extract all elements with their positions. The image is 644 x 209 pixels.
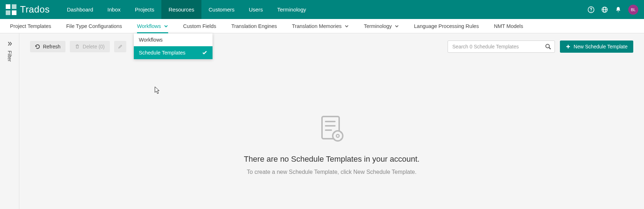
svg-line-22: [341, 139, 342, 140]
plus-icon: [566, 44, 571, 49]
delete-button-label: Delete (0): [83, 44, 104, 49]
subnav-item-workflows-label: Workflows: [137, 23, 161, 29]
expand-sidebar-icon[interactable]: [6, 41, 13, 47]
nav-item-terminology[interactable]: Terminology: [270, 0, 313, 19]
new-schedule-template-button-label: New Schedule Template: [574, 44, 628, 49]
search-icon[interactable]: [545, 43, 551, 50]
page-toolbar: Refresh Delete (0): [30, 41, 633, 53]
nav-item-resources[interactable]: Resources: [161, 0, 201, 19]
nav-item-dashboard[interactable]: Dashboard: [60, 0, 100, 19]
svg-line-24: [334, 139, 335, 140]
empty-state: There are no Schedule Templates in your …: [30, 53, 633, 175]
edit-button: [114, 41, 126, 52]
subnav-item-workflows[interactable]: Workflows: [137, 19, 168, 33]
edit-icon: [118, 44, 123, 49]
resources-subnav: Project Templates File Type Configuratio…: [0, 19, 644, 33]
refresh-button[interactable]: Refresh: [30, 41, 65, 52]
subnav-item-language-processing-rules[interactable]: Language Processing Rules: [414, 19, 479, 33]
nav-item-customers[interactable]: Customers: [201, 0, 242, 19]
subnav-item-custom-fields[interactable]: Custom Fields: [183, 19, 216, 33]
empty-document-gear-icon: [316, 114, 348, 146]
svg-line-10: [549, 48, 551, 49]
toolbar-left-group: Refresh Delete (0): [30, 41, 126, 52]
subnav-item-translation-memories-label: Translation Memories: [292, 23, 342, 29]
chevron-down-icon: [164, 24, 168, 28]
dropdown-item-schedule-templates[interactable]: Schedule Templates: [134, 46, 213, 59]
delete-button: Delete (0): [70, 41, 109, 52]
dropdown-item-workflows[interactable]: Workflows: [134, 33, 213, 46]
notifications-bell-icon[interactable]: [615, 6, 622, 13]
trados-logo-icon: [6, 4, 16, 15]
dropdown-item-workflows-label: Workflows: [139, 37, 163, 43]
subnav-item-translation-engines[interactable]: Translation Engines: [231, 19, 277, 33]
subnav-item-project-templates[interactable]: Project Templates: [10, 19, 51, 33]
primary-navigation: Dashboard Inbox Projects Resources Custo…: [60, 0, 313, 19]
search-input[interactable]: [448, 41, 555, 53]
nav-item-projects[interactable]: Projects: [128, 0, 161, 19]
nav-item-inbox[interactable]: Inbox: [100, 0, 128, 19]
brand-logo-container[interactable]: Trados: [6, 4, 60, 15]
search-container: [448, 41, 555, 53]
chevron-down-icon: [395, 24, 399, 28]
subnav-item-translation-memories[interactable]: Translation Memories: [292, 19, 349, 33]
svg-line-23: [341, 132, 342, 133]
main-panel: Refresh Delete (0): [19, 33, 644, 209]
language-globe-icon[interactable]: [601, 6, 608, 13]
check-icon: [202, 50, 208, 56]
subnav-item-terminology-label: Terminology: [364, 23, 392, 29]
subnav-item-terminology[interactable]: Terminology: [364, 19, 399, 33]
toolbar-right-group: New Schedule Template: [448, 41, 633, 53]
filter-sidebar-label: Filter: [7, 51, 13, 62]
svg-rect-3: [12, 10, 16, 15]
svg-point-9: [546, 44, 550, 48]
content-area: Filter Refresh Delete (0): [0, 33, 644, 209]
svg-rect-0: [6, 4, 10, 9]
empty-state-subtitle: To create a new Schedule Template, click…: [30, 169, 633, 175]
workflows-dropdown-menu: Workflows Schedule Templates: [134, 33, 213, 59]
trash-icon: [75, 44, 80, 49]
help-icon[interactable]: [587, 6, 595, 13]
empty-state-title: There are no Schedule Templates in your …: [30, 155, 633, 164]
new-schedule-template-button[interactable]: New Schedule Template: [560, 41, 633, 53]
brand-name: Trados: [20, 4, 50, 15]
refresh-button-label: Refresh: [43, 44, 60, 49]
top-navigation-bar: Trados Dashboard Inbox Projects Resource…: [0, 0, 644, 19]
svg-rect-1: [12, 4, 16, 9]
user-avatar[interactable]: BL: [628, 5, 638, 15]
topbar-actions: BL: [587, 5, 638, 15]
subnav-item-file-type-configurations[interactable]: File Type Configurations: [66, 19, 122, 33]
svg-line-21: [334, 132, 335, 133]
svg-point-5: [591, 11, 591, 11]
refresh-icon: [35, 44, 40, 49]
subnav-item-nmt-models[interactable]: NMT Models: [494, 19, 523, 33]
filter-sidebar: Filter: [0, 33, 19, 209]
svg-rect-2: [6, 10, 10, 15]
dropdown-item-schedule-templates-label: Schedule Templates: [139, 50, 185, 56]
nav-item-users[interactable]: Users: [241, 0, 270, 19]
chevron-down-icon: [345, 24, 349, 28]
